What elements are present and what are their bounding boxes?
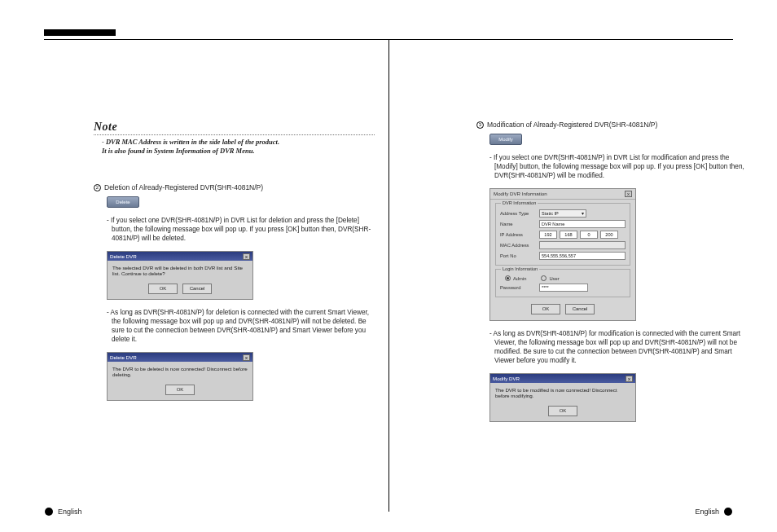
section-title: Modification of Already-Registered DVR(S… <box>487 121 657 129</box>
page: Note - DVR MAC Address is written in the… <box>0 0 777 532</box>
left-column: Note - DVR MAC Address is written in the… <box>94 121 375 401</box>
dialog-title: Delete DVR <box>110 253 137 259</box>
ip-octet-2[interactable]: 168 <box>560 231 577 239</box>
name-field[interactable]: DVR Name <box>539 220 626 228</box>
dialog-delete-connected: Delete DVR x The DVR to be deleted is no… <box>107 352 253 401</box>
dialog-titlebar: Modify DVR x <box>490 374 635 383</box>
footer-right: English <box>695 508 732 516</box>
label-password: Password <box>500 285 537 290</box>
dialog-title: Delete DVR <box>110 354 137 360</box>
cancel-button[interactable]: Cancel <box>565 304 595 314</box>
dialog-title: Modify DVR <box>493 376 520 381</box>
group-login-information: Login Information Admin User Password **… <box>495 269 630 297</box>
cancel-button[interactable]: Cancel <box>182 284 212 294</box>
close-icon[interactable]: x <box>626 376 633 382</box>
dialog-titlebar: Delete DVR x <box>108 353 252 362</box>
ip-octet-3[interactable]: 0 <box>580 231 598 239</box>
password-field[interactable]: **** <box>539 284 588 292</box>
ok-button[interactable]: OK <box>165 385 195 395</box>
right-column: 3 Modification of Already-Registered DVR… <box>476 121 749 422</box>
note-heading: Note <box>94 121 375 135</box>
radio-user[interactable]: User <box>541 275 559 281</box>
address-type-select[interactable]: Static IP▾ <box>539 209 586 218</box>
close-icon[interactable]: x <box>625 191 632 197</box>
ip-octet-4[interactable]: 200 <box>600 231 618 239</box>
chevron-down-icon: ▾ <box>582 210 584 217</box>
modify-button[interactable]: Modify <box>489 134 522 145</box>
dialog-message: The DVR to be deleted is now connected! … <box>108 362 252 381</box>
step-number-icon: 2 <box>94 184 101 191</box>
column-divider <box>388 39 389 512</box>
ok-button[interactable]: OK <box>531 304 560 314</box>
port-field[interactable]: 554,555,556,557 <box>539 252 626 260</box>
section-heading-modify: 3 Modification of Already-Registered DVR… <box>476 121 749 129</box>
dialog-buttons: OK Cancel <box>108 280 252 299</box>
paragraph: - If you select one DVR(SHR-4081N/P) in … <box>107 216 375 243</box>
ip-octet-1[interactable]: 192 <box>539 231 557 239</box>
page-dot-icon <box>45 508 53 516</box>
ok-button[interactable]: OK <box>548 406 577 416</box>
delete-button[interactable]: Delete <box>107 196 139 208</box>
dialog-buttons: OK Cancel <box>490 301 635 320</box>
label-port: Port No <box>500 253 537 258</box>
close-icon[interactable]: x <box>243 354 250 361</box>
label-mac: MAC Address <box>500 243 537 248</box>
footer-left: English <box>45 508 82 516</box>
section-title: Deletion of Already-Registered DVR(SHR-4… <box>104 183 263 191</box>
note-body: - DVR MAC Address is written in the side… <box>102 138 375 156</box>
label-name: Name <box>500 222 537 226</box>
paragraph: - As long as DVR(SHR-4081N/P) for modifi… <box>489 329 749 365</box>
group-label: Login Information <box>501 266 539 271</box>
dialog-buttons: OK <box>108 381 252 400</box>
label-address-type: Address Type <box>500 211 537 216</box>
footer-language: English <box>58 508 82 516</box>
dialog-buttons: OK <box>490 402 635 421</box>
ok-button[interactable]: OK <box>148 284 178 294</box>
note-line: - DVR MAC Address is written in the side… <box>102 138 375 147</box>
paragraph: - If you select one DVR(SHR-4081N/P) in … <box>489 153 749 180</box>
dialog-modify-connected: Modify DVR x The DVR to be modified is n… <box>489 373 636 422</box>
step-number-icon: 3 <box>476 121 484 129</box>
group-dvr-information: DVR Information Address Type Static IP▾ … <box>495 203 630 266</box>
header-bar <box>44 29 116 36</box>
dialog-message: The selected DVR will be deleted in both… <box>108 261 252 280</box>
paragraph: - As long as DVR(SHR-4081N/P) for deleti… <box>107 308 375 344</box>
footer-language: English <box>695 508 719 516</box>
mac-field[interactable] <box>539 241 626 249</box>
dialog-title: Modify DVR Information <box>494 191 547 197</box>
section-heading-delete: 2 Deletion of Already-Registered DVR(SHR… <box>94 183 375 191</box>
page-dot-icon <box>724 508 732 516</box>
label-ip: IP Address <box>500 232 537 237</box>
radio-admin[interactable]: Admin <box>505 275 526 281</box>
close-icon[interactable]: x <box>243 253 250 260</box>
dialog-delete-confirm: Delete DVR x The selected DVR will be de… <box>107 251 253 300</box>
dialog-modify-info: Modify DVR Information x DVR Information… <box>489 188 636 321</box>
note-line: It is also found in System Information o… <box>102 147 375 156</box>
dialog-titlebar: Modify DVR Information x <box>490 189 635 200</box>
dialog-titlebar: Delete DVR x <box>108 252 252 261</box>
group-label: DVR Information <box>501 200 538 205</box>
dialog-message: The DVR to be modified is now connected!… <box>490 383 635 402</box>
